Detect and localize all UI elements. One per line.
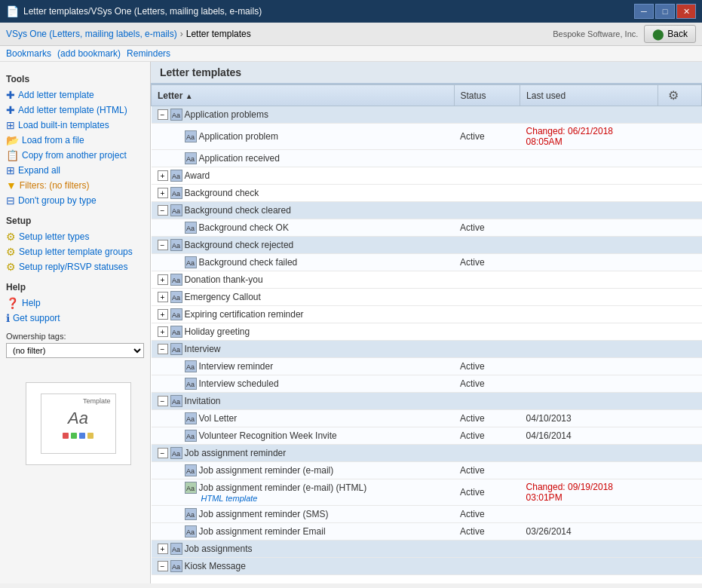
bookmarks-link[interactable]: Bookmarks <box>6 48 51 59</box>
template-preview: Template Aa <box>26 382 131 465</box>
sidebar-item-expand-all[interactable]: ⊞ Expand all <box>6 163 144 178</box>
table-row[interactable]: − Aa Application problems <box>152 106 702 124</box>
table-row[interactable]: Aa Job assignment reminder (e-mail) (HTM… <box>152 479 702 506</box>
solo-icon: Aa <box>170 308 182 320</box>
close-button[interactable]: ✕ <box>676 4 696 19</box>
sidebar-item-help[interactable]: ❓ Help <box>6 296 144 311</box>
row-lastused <box>520 323 658 341</box>
maximize-button[interactable]: □ <box>655 4 675 19</box>
table-row[interactable]: + Aa Job assignments <box>152 541 702 558</box>
row-name: Job assignment reminder (SMS) <box>199 509 329 519</box>
table-row[interactable]: − Aa Invitation <box>152 393 702 410</box>
expand-button[interactable]: + <box>158 309 168 320</box>
reminders-link[interactable]: Reminders <box>127 48 170 59</box>
expand-cell: + Aa Background check <box>152 185 455 202</box>
row-name: Volunteer Recognition Week Invite <box>199 430 337 441</box>
expand-button[interactable]: + <box>158 292 168 302</box>
row-name: Background check rejected <box>185 240 294 250</box>
table-row[interactable]: Aa Application received <box>152 150 702 167</box>
table-row[interactable]: Aa Application problem Active Changed: 0… <box>152 124 702 150</box>
row-lastused: Changed: 09/19/2018 03:01PM <box>520 479 658 506</box>
col-header-letter[interactable]: Letter ▲ <box>152 85 455 106</box>
row-name: Award <box>185 170 210 181</box>
col-header-status[interactable]: Status <box>454 85 520 106</box>
table-row[interactable]: Aa Background check failed Active <box>152 254 702 271</box>
title-bar-left: 📄 Letter templates/VSys One (Letters, ma… <box>6 5 262 17</box>
table-row[interactable]: Aa Job assignment reminder (SMS) Active <box>152 506 702 523</box>
table-row[interactable]: + Aa Award <box>152 167 702 185</box>
table-row[interactable]: + Aa Holiday greeting <box>152 323 702 341</box>
expand-button[interactable]: + <box>158 274 168 285</box>
row-status <box>454 202 520 219</box>
row-lastused <box>520 558 658 575</box>
expand-button[interactable]: + <box>158 544 168 554</box>
table-row[interactable]: − Aa Interview <box>152 341 702 358</box>
tools-section-title: Tools <box>6 74 144 84</box>
breadcrumb-link-vsys[interactable]: VSys One (Letters, mailing labels, e-mai… <box>6 29 177 39</box>
collapse-button[interactable]: − <box>158 448 168 458</box>
gear-template-groups-icon: ⚙ <box>6 246 16 258</box>
row-action <box>658 167 701 185</box>
col-header-lastused[interactable]: Last used <box>520 85 658 106</box>
table-row[interactable]: Aa Interview reminder Active <box>152 358 702 375</box>
table-row[interactable]: Aa Job assignment reminder (e-mail) Acti… <box>152 462 702 479</box>
sidebar-item-add-letter-template[interactable]: ✚ Add letter template <box>6 87 144 103</box>
table-row[interactable]: Aa Vol Letter Active 04/10/2013 <box>152 410 702 427</box>
table-row[interactable]: Aa Volunteer Recognition Week Invite Act… <box>152 427 702 445</box>
sidebar-label-load-from-file: Load from a file <box>22 135 84 145</box>
collapse-button[interactable]: − <box>158 205 168 216</box>
collapse-button[interactable]: − <box>158 561 168 571</box>
sidebar-label-add-letter: Add letter template <box>18 90 94 100</box>
group-icon: Aa <box>170 447 182 459</box>
table-row[interactable]: Aa Background check OK Active <box>152 219 702 237</box>
minimize-button[interactable]: ─ <box>634 4 654 19</box>
collapse-button[interactable]: − <box>158 344 168 354</box>
sidebar-item-setup-reply-statuses[interactable]: ⚙ Setup reply/RSVP statuses <box>6 259 144 274</box>
table-row[interactable]: − Aa Job assignment reminder <box>152 445 702 462</box>
sidebar-item-filters[interactable]: ▼ Filters: (no filters) <box>6 178 144 193</box>
row-name: Vol Letter <box>199 413 238 424</box>
table-row[interactable]: + Aa Emergency Callout <box>152 289 702 306</box>
collapse-button[interactable]: − <box>158 109 168 120</box>
table-row[interactable]: − Aa Kiosk Message <box>152 558 702 575</box>
expand-cell: − Aa Invitation <box>152 393 455 410</box>
window-controls: ─ □ ✕ <box>634 4 696 19</box>
expand-button[interactable]: + <box>158 170 168 181</box>
row-status <box>454 185 520 202</box>
expand-button[interactable]: + <box>158 188 168 198</box>
table-row[interactable]: Aa Job assignment reminder Email Active … <box>152 523 702 541</box>
table-wrapper[interactable]: Letter ▲ Status Last used ⚙ <box>151 84 702 583</box>
table-row[interactable]: Aa Interview scheduled Active <box>152 375 702 393</box>
collapse-button[interactable]: − <box>158 396 168 406</box>
sidebar-item-get-support[interactable]: ℹ Get support <box>6 311 144 326</box>
settings-icon[interactable]: ⚙ <box>668 89 679 102</box>
setup-section-title: Setup <box>6 216 144 226</box>
expand-cell: Aa Application problem <box>152 124 455 150</box>
sidebar-item-add-letter-template-html[interactable]: ✚ Add letter template (HTML) <box>6 103 144 118</box>
table-row[interactable]: + Aa Expiring certification reminder <box>152 306 702 323</box>
back-button[interactable]: ⬤ Back <box>644 25 696 43</box>
table-row[interactable]: + Aa Background check <box>152 185 702 202</box>
row-name: Expiring certification reminder <box>185 309 304 320</box>
sidebar-item-load-built-in[interactable]: ⊞ Load built-in templates <box>6 118 144 133</box>
row-lastused <box>520 358 658 375</box>
add-bookmark-link[interactable]: (add bookmark) <box>57 48 121 59</box>
collapse-button[interactable]: − <box>158 240 168 250</box>
table-body: − Aa Application problems Aa <box>152 106 702 575</box>
sidebar-item-setup-template-groups[interactable]: ⚙ Setup letter template groups <box>6 244 144 259</box>
sidebar-label-help: Help <box>22 298 41 308</box>
ownership-select[interactable]: (no filter) <box>6 343 144 358</box>
expand-cell: Aa Job assignment reminder (e-mail) (HTM… <box>152 479 455 506</box>
row-action <box>658 150 701 167</box>
table-row[interactable]: − Aa Background check cleared <box>152 202 702 219</box>
table-row[interactable]: + Aa Donation thank-you <box>152 271 702 289</box>
sidebar-item-copy-from-project[interactable]: 📋 Copy from another project <box>6 148 144 163</box>
sidebar-item-dont-group[interactable]: ⊟ Don't group by type <box>6 193 144 208</box>
expand-button[interactable]: + <box>158 326 168 337</box>
expand-cell: Aa Background check OK <box>152 219 455 237</box>
table-row[interactable]: − Aa Background check rejected <box>152 237 702 254</box>
sidebar-item-load-from-file[interactable]: 📂 Load from a file <box>6 133 144 148</box>
row-lastused: 03/26/2014 <box>520 523 658 541</box>
sidebar-item-setup-letter-types[interactable]: ⚙ Setup letter types <box>6 229 144 244</box>
row-status <box>454 150 520 167</box>
